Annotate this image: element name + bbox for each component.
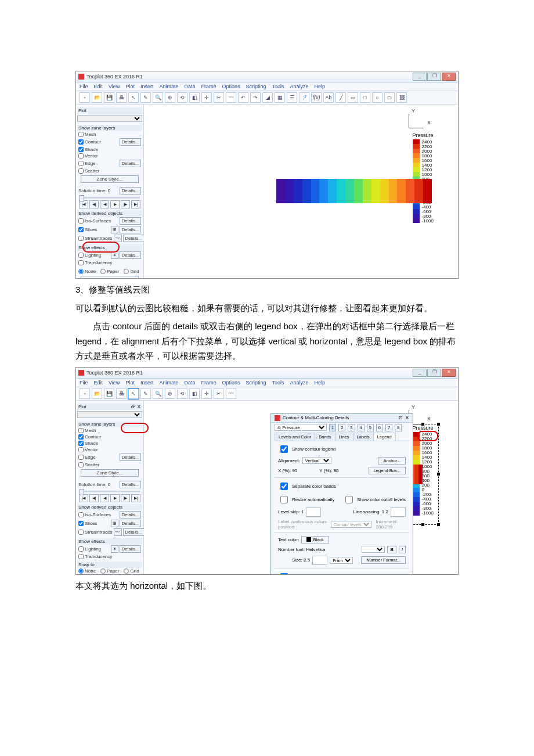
print-icon[interactable]: 🖶 bbox=[116, 92, 127, 103]
menu-insert[interactable]: Insert bbox=[140, 84, 154, 89]
print-icon[interactable]: 🖶 bbox=[116, 388, 127, 399]
open-icon[interactable]: 📂 bbox=[92, 92, 102, 103]
alignment-select[interactable]: Vertical bbox=[302, 457, 331, 464]
group-1-button[interactable]: 1 bbox=[329, 424, 336, 431]
variable-select[interactable]: 4: Pressure bbox=[275, 424, 327, 431]
rect-icon[interactable]: ▭ bbox=[348, 92, 358, 103]
snap-none-radio[interactable] bbox=[78, 269, 84, 274]
close-button[interactable]: ✕ bbox=[442, 369, 456, 377]
next-frame-button[interactable]: |▶ bbox=[121, 494, 130, 502]
save-icon[interactable]: 💾 bbox=[104, 92, 114, 103]
plot-canvas[interactable]: YX Pressure 2400220020001800160014001200… bbox=[144, 401, 458, 573]
group-2-button[interactable]: 2 bbox=[338, 424, 345, 431]
cutoff-checkbox[interactable] bbox=[345, 496, 353, 503]
translucency-checkbox[interactable] bbox=[78, 554, 84, 559]
snap-none-radio[interactable] bbox=[78, 568, 84, 574]
menu-analyze[interactable]: Analyze bbox=[290, 84, 309, 89]
streamtraces-details-button[interactable]: Details... bbox=[123, 235, 145, 242]
snap-paper-radio[interactable] bbox=[100, 269, 106, 274]
streamtrace-icon[interactable]: 〰 bbox=[226, 92, 236, 103]
mesh-checkbox[interactable] bbox=[78, 428, 84, 433]
first-frame-button[interactable]: |◀ bbox=[79, 494, 88, 502]
line-icon[interactable]: ╱ bbox=[335, 92, 346, 103]
group-6-button[interactable]: 6 bbox=[376, 424, 383, 431]
zoom-icon[interactable]: 🔍 bbox=[153, 388, 163, 399]
new-icon[interactable]: ▫ bbox=[80, 92, 90, 103]
edge-details-button[interactable]: Details... bbox=[120, 160, 141, 167]
next-frame-button[interactable]: |▶ bbox=[121, 200, 130, 208]
ellipse-icon[interactable]: ⬭ bbox=[384, 92, 395, 103]
menu-frame[interactable]: Frame bbox=[201, 84, 216, 89]
lighting-details-button[interactable]: Details... bbox=[120, 251, 141, 259]
contour-details-button[interactable]: Details... bbox=[120, 138, 141, 146]
translucency-checkbox[interactable] bbox=[78, 260, 84, 265]
extract-icon[interactable]: ✂ bbox=[214, 388, 224, 399]
pressure-legend[interactable]: Pressure 2400220020001800160014001200100… bbox=[413, 132, 434, 223]
menu-options[interactable]: Options bbox=[222, 84, 240, 89]
slices-tool-button[interactable]: ⊞ bbox=[111, 520, 118, 527]
lighting-tool-button[interactable]: ☀ bbox=[111, 545, 118, 553]
menu-file[interactable]: File bbox=[80, 84, 88, 89]
lighting-details-button[interactable]: Details... bbox=[120, 545, 141, 553]
dialog-pin-button[interactable]: ⊡ bbox=[399, 415, 403, 420]
text-icon[interactable]: Ab bbox=[323, 92, 334, 103]
size-unit-select[interactable]: Frame% bbox=[330, 557, 353, 564]
line-spacing-input[interactable] bbox=[391, 507, 406, 517]
menu-insert[interactable]: Insert bbox=[140, 380, 154, 386]
label-pos-select[interactable]: Contour levels bbox=[331, 521, 371, 528]
group-5-button[interactable]: 5 bbox=[367, 424, 374, 431]
menu-file[interactable]: File bbox=[80, 380, 88, 386]
menu-tools[interactable]: Tools bbox=[272, 84, 284, 89]
mesh-checkbox[interactable] bbox=[78, 132, 84, 137]
adjust-icon[interactable]: ✎ bbox=[140, 388, 151, 399]
menu-help[interactable]: Help bbox=[315, 84, 326, 89]
bold-button[interactable]: B bbox=[387, 546, 396, 553]
isosurfaces-details-button[interactable]: Details... bbox=[120, 511, 141, 519]
play-back-button[interactable]: ◀ bbox=[100, 494, 109, 502]
menu-view[interactable]: View bbox=[109, 84, 120, 89]
vector-checkbox[interactable] bbox=[78, 447, 84, 452]
xy-icon[interactable]: ▦ bbox=[275, 92, 285, 103]
last-frame-button[interactable]: ▶| bbox=[131, 494, 140, 502]
menu-frame[interactable]: Frame bbox=[201, 380, 216, 386]
streamtraces-tool-button[interactable]: 〰 bbox=[114, 528, 122, 536]
size-input[interactable] bbox=[312, 556, 327, 565]
snap-grid-radio[interactable] bbox=[124, 568, 129, 574]
redo-icon[interactable]: ↷ bbox=[250, 92, 261, 103]
edge-checkbox[interactable] bbox=[78, 455, 84, 460]
streamtrace-icon[interactable]: 〰 bbox=[226, 388, 236, 399]
group-8-button[interactable]: 8 bbox=[395, 424, 402, 431]
circle-icon[interactable]: ○ bbox=[372, 92, 383, 103]
snap-paper-radio[interactable] bbox=[100, 568, 106, 574]
menu-scripting[interactable]: Scripting bbox=[246, 84, 266, 89]
solution-details-button[interactable]: Details... bbox=[120, 481, 141, 488]
slices-checkbox[interactable] bbox=[78, 521, 84, 526]
menu-data[interactable]: Data bbox=[184, 380, 195, 386]
square-icon[interactable]: □ bbox=[360, 92, 370, 103]
fx-icon[interactable]: f(x) bbox=[311, 92, 322, 103]
legend-box-button[interactable]: Legend Box... bbox=[369, 467, 406, 474]
show-header-checkbox[interactable] bbox=[280, 573, 288, 575]
rotate-icon[interactable]: ⟲ bbox=[177, 388, 187, 399]
probe-icon[interactable]: ✛ bbox=[201, 92, 212, 103]
isosurfaces-checkbox[interactable] bbox=[78, 218, 84, 224]
slice-icon[interactable]: ◧ bbox=[189, 388, 200, 399]
prev-frame-button[interactable]: ◀| bbox=[89, 494, 99, 502]
play-button[interactable]: ▶ bbox=[110, 494, 120, 502]
snap-grid-radio[interactable] bbox=[124, 269, 129, 274]
plot-canvas[interactable]: YX Pressure 2400220020001800160014001200… bbox=[144, 105, 458, 273]
isosurfaces-checkbox[interactable] bbox=[78, 512, 84, 517]
text-color-button[interactable]: Black bbox=[301, 536, 329, 543]
3d-icon[interactable]: ◢ bbox=[262, 92, 273, 103]
edge-checkbox[interactable] bbox=[78, 161, 84, 166]
plot-type-select[interactable] bbox=[77, 115, 142, 122]
tab-labels[interactable]: Labels bbox=[353, 433, 374, 441]
separate-bands-checkbox[interactable] bbox=[280, 483, 288, 490]
probe-icon[interactable]: ✛ bbox=[201, 388, 212, 399]
group-4-button[interactable]: 4 bbox=[358, 424, 365, 431]
menu-animate[interactable]: Animate bbox=[159, 380, 178, 386]
menu-plot[interactable]: Plot bbox=[125, 84, 135, 89]
streamtraces-details-button[interactable]: Details... bbox=[123, 528, 145, 536]
play-button[interactable]: ▶ bbox=[110, 200, 120, 208]
scatter-checkbox[interactable] bbox=[78, 462, 84, 467]
